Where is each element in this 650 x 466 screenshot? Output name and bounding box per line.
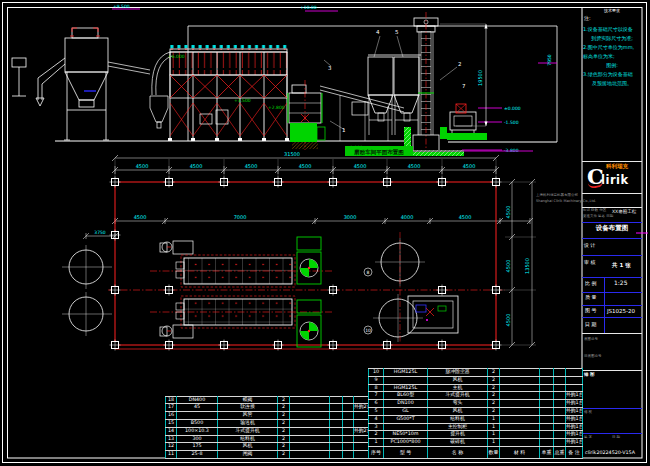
bom-cell: 斗式提升机 [428,392,488,400]
bom-cell: 1 [488,415,500,423]
bom-cell [500,376,540,384]
note-line: 图例: [583,62,641,68]
bom-cell: 15 [166,419,177,427]
bom-cell [343,412,354,420]
bom-cell: 2 [488,407,500,415]
cad-drawing-sheet: +9.500 +10.00 +6.000 +3.500 +2.800 ±0.00… [0,0,650,466]
company-name-cn: 上海科利瑞克机器有限公司 [536,194,640,198]
storage-hoppers [368,36,421,135]
plan-right-dims: 4500 4500 4500 13500 [496,179,536,348]
bom-cell [500,369,540,377]
separator [582,222,642,223]
bom-cell: 提升机 [428,431,488,439]
svg-text:4: 4 [376,29,380,35]
item-balloons: 1 2 3 4 5 7 [328,29,466,133]
mid-dim: 4500 [134,214,147,220]
elev-mark-a: +9.500 [113,4,130,9]
bom-header-cell: 总重 [554,446,566,458]
bom-row: 1125-8闸阀2 [166,451,369,459]
bom-cell [540,369,554,377]
old-base-no-label: 旧底图总号 [584,355,602,359]
bay-dim: 4500 [136,163,149,169]
bom-row: 10HGM125L脉冲除尘器2 [369,369,583,377]
bom-cell: 1 [369,439,384,447]
base-no-label: 底图总号 [584,338,598,342]
bom-header-cell: 单重 [540,446,554,458]
bom-cell: 7 [369,392,384,400]
bom-cell: 脉冲除尘器 [428,369,488,377]
separator [582,292,642,293]
bom-cell: 17 [166,404,177,412]
separator [582,161,642,162]
bom-table-right: 10HGM125L脉冲除尘器2 9风机2 8HGM125L主机2 7BL60型斗… [368,368,583,459]
bom-row: 16风管2 [166,412,369,420]
bom-cell [540,431,554,439]
bom-cell: 2 [278,396,290,404]
baghouse [168,45,289,141]
plan-view: 磨粉车间平面布置图 31500 4500 4500 4500 4500 4500… [62,146,536,351]
bom-cell [330,443,343,451]
bom-row: 14100×10.3斗式提升机2外购2台 [166,427,369,435]
bom-cell: NE50*10m [384,431,428,439]
building-outline [188,26,557,142]
bay-dim: 4500 [245,163,258,169]
bom-cell [500,384,540,392]
bom-cell [540,423,554,431]
bom-cell [540,407,554,415]
plan-mid-dims: 4500 7000 3000 4000 4500 [112,214,533,224]
bom-cell [330,396,343,404]
date2-label: 日 期 [612,436,620,440]
bom-cell: 外购2台 [354,427,369,435]
bom-cell: 6 [369,400,384,408]
bom-cell [500,392,540,400]
right-dim: 4500 [505,260,511,273]
bom-cell: 闸阀 [218,451,278,459]
bom-cell: DN400 [177,396,218,404]
bom-header-cell: 序号 [369,446,384,458]
bom-cell: G500*T [384,415,428,423]
bom-cell [290,396,330,404]
height-dim: 19500 [477,70,483,86]
crusher-elevation [450,104,476,133]
bom-cell [566,376,583,384]
separator [582,277,642,278]
bom-cell [290,404,330,412]
trace-check-label: 描 校 [584,411,592,415]
bom-header-cell: 数量 [488,446,500,458]
bom-cell [554,431,566,439]
bom-cell: 2 [278,435,290,443]
bom-cell [566,384,583,392]
level-label: -1.500 [504,120,519,125]
bom-cell: 1 [488,423,500,431]
feed-silo [12,28,109,140]
bom-cell: 外购1台 [566,431,583,439]
logo-text: lirik [601,173,629,187]
bom-cell [290,419,330,427]
elev-green-mark: +3.500 [234,98,251,103]
separator [582,238,642,239]
note-line: 1.设备基础尺寸以设备 [583,26,641,32]
bom-cell: 主机 [428,384,488,392]
rev-row: 更改文件 签名 日期 [583,215,613,219]
bom-table-left: 18DN400蝶阀2 1745软连接2外购2台 16风管2 15B500输送机2… [165,396,369,459]
design-label: 设 计 [584,243,596,249]
hopper-footprints [373,232,425,342]
bom-cell [177,412,218,420]
bom-cell: 2 [488,384,500,392]
bom-cell: 输送机 [218,419,278,427]
bom-cell [330,412,343,420]
bom-cell: 45 [177,404,218,412]
separator [582,333,642,334]
bom-cell [384,376,428,384]
plan-title: 磨粉车间平面布置图 [353,148,404,156]
bay-dim: 4500 [463,163,476,169]
bom-cell: 斗式提升机 [218,427,278,435]
bom-cell [354,396,369,404]
collector-footprints [150,255,332,328]
bom-cell: BL60型 [384,392,428,400]
bay-dim: 4500 [408,163,421,169]
bom-header-cell: 型 号 [384,446,428,458]
bom-cell: 10 [369,369,384,377]
bom-row: 15B500输送机2 [166,419,369,427]
right-overall-dim: 13500 [524,258,530,274]
